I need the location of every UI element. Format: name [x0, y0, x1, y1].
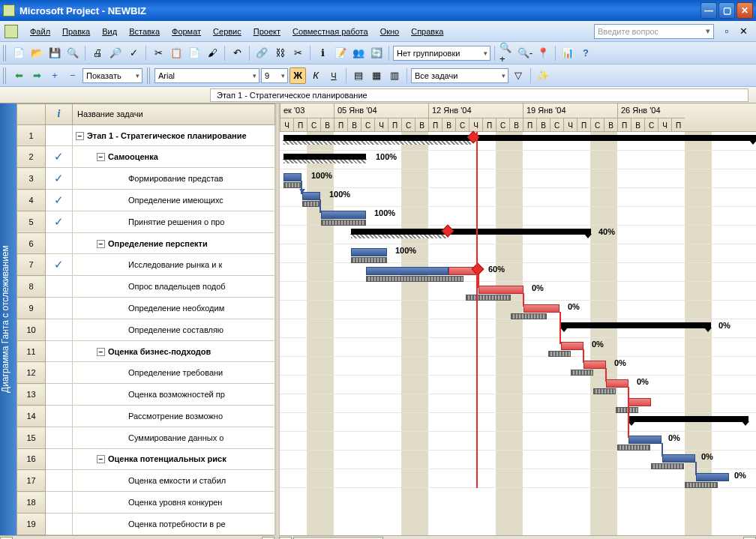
grip-icon[interactable]	[147, 67, 152, 84]
row-id[interactable]: 12	[17, 362, 46, 384]
autofilter-button[interactable]: ▽	[510, 67, 526, 84]
link-button[interactable]: 🔗	[254, 45, 270, 61]
align-left-button[interactable]: ▤	[350, 67, 367, 84]
format-painter-button[interactable]: 🖌	[204, 45, 220, 61]
task-bar-incomplete[interactable]	[628, 398, 651, 406]
summary-bar[interactable]	[561, 322, 711, 328]
menu-format[interactable]: Формат	[166, 25, 207, 38]
app-menu-icon[interactable]	[4, 25, 18, 38]
task-bar-incomplete[interactable]	[561, 342, 584, 350]
row-id[interactable]: 13	[17, 384, 46, 406]
baseline-bar[interactable]	[366, 276, 464, 282]
filter-select[interactable]: Все задачи	[411, 68, 508, 83]
baseline-bar[interactable]	[511, 313, 547, 319]
menu-collab[interactable]: Совместная работа	[286, 25, 374, 38]
progress-track[interactable]	[284, 160, 366, 163]
search-icon[interactable]: 🔍	[64, 45, 81, 61]
task-bar-incomplete[interactable]	[478, 286, 524, 294]
table-scrollbar[interactable]: ◀ ▶	[0, 535, 274, 539]
table-row[interactable]: 4 ✓ Определение имеющихс	[17, 190, 275, 211]
table-row[interactable]: 9 Определение необходим	[17, 298, 275, 319]
baseline-bar[interactable]	[466, 295, 511, 301]
row-id[interactable]: 15	[17, 427, 46, 448]
info-button[interactable]: ℹ	[314, 45, 331, 61]
row-name[interactable]: Оценка возможностей пр	[73, 384, 275, 406]
fontsize-select[interactable]: 9	[261, 68, 288, 83]
status-date-line[interactable]	[476, 132, 478, 488]
summary-bar[interactable]	[628, 416, 748, 422]
row-id[interactable]: 4	[17, 190, 46, 211]
row-id[interactable]: 16	[17, 448, 46, 470]
zoom-out-button[interactable]: 🔍-	[517, 45, 533, 61]
row-id[interactable]: 14	[17, 406, 46, 427]
grip-icon[interactable]	[3, 67, 8, 84]
grip-icon[interactable]	[3, 45, 8, 61]
row-name[interactable]: Суммирование данных о	[73, 427, 275, 448]
sidebar-title[interactable]: Диаграмма Ганта с отслеживанием	[0, 103, 16, 535]
task-bar[interactable]	[628, 436, 662, 444]
add-task-button[interactable]: +	[46, 67, 63, 84]
undo-button[interactable]: ↶	[229, 45, 245, 61]
table-row[interactable]: 19 Оценка потребности в ре	[17, 513, 275, 535]
row-name[interactable]: −Оценка потенциальных риск	[73, 448, 275, 470]
task-bar-incomplete[interactable]	[584, 361, 606, 369]
close-button[interactable]: ✕	[736, 2, 753, 19]
row-name[interactable]: Определение составляю	[73, 319, 275, 340]
baseline-bar[interactable]	[302, 201, 320, 207]
table-row[interactable]: 7 ✓ Исследование рынка и к	[17, 254, 275, 276]
table-row[interactable]: 12 Определение требовани	[17, 362, 275, 384]
gantt-body[interactable]: 100%100%100%100%40%100%60%0%0%0%0%0%0%0%…	[280, 132, 756, 535]
row-id[interactable]: 9	[17, 298, 46, 319]
font-select[interactable]: Arial	[154, 68, 260, 83]
baseline-bar[interactable]	[616, 407, 638, 413]
menu-window[interactable]: Окно	[374, 25, 406, 38]
menu-tools[interactable]: Сервис	[207, 25, 248, 38]
table-row[interactable]: 1 −Этап 1 - Стратегическое планирование	[17, 124, 275, 146]
baseline-bar[interactable]	[284, 182, 302, 188]
table-row[interactable]: 17 Оценка емкости и стабил	[17, 470, 275, 492]
restore-window-button[interactable]: ▫	[718, 23, 735, 40]
preview-button[interactable]: 🔎	[107, 45, 124, 61]
align-center-button[interactable]: ▦	[368, 67, 385, 84]
row-id[interactable]: 11	[17, 340, 46, 362]
wizard-button[interactable]: ✨	[535, 67, 551, 84]
table-row[interactable]: 15 Суммирование данных о	[17, 427, 275, 448]
row-id[interactable]: 6	[17, 232, 46, 254]
summary-bar[interactable]	[351, 229, 591, 235]
row-id[interactable]: 2	[17, 146, 46, 168]
row-name[interactable]: Определение необходим	[73, 298, 275, 319]
baseline-bar[interactable]	[548, 351, 571, 357]
row-name[interactable]: Исследование рынка и к	[73, 254, 275, 276]
row-name[interactable]: Определение требовани	[73, 362, 275, 384]
baseline-bar[interactable]	[351, 257, 387, 263]
row-id[interactable]: 8	[17, 276, 46, 298]
scroll-right-button[interactable]: ▶	[262, 537, 274, 540]
bold-button[interactable]: Ж	[290, 67, 306, 84]
spellcheck-button[interactable]: ✓	[125, 45, 142, 61]
menu-insert[interactable]: Вставка	[123, 25, 166, 38]
row-id[interactable]: 19	[17, 513, 46, 535]
progress-track[interactable]	[351, 235, 448, 238]
row-name[interactable]: Принятие решения о про	[73, 211, 275, 232]
table-row[interactable]: 16 −Оценка потенциальных риск	[17, 448, 275, 470]
col-name[interactable]: Название задачи	[73, 104, 275, 125]
italic-button[interactable]: К	[308, 67, 324, 84]
task-bar[interactable]	[662, 454, 695, 463]
unlink-button[interactable]: ⛓	[272, 45, 288, 61]
baseline-bar[interactable]	[321, 220, 366, 226]
outdent-right-button[interactable]: ➡	[28, 67, 45, 84]
table-row[interactable]: 13 Оценка возможностей пр	[17, 384, 275, 406]
row-name[interactable]: −Этап 1 - Стратегическое планирование	[73, 124, 275, 146]
minimize-button[interactable]: —	[700, 2, 717, 19]
table-row[interactable]: 18 Оценка уровня конкурен	[17, 492, 275, 514]
new-button[interactable]: 📄	[10, 45, 27, 61]
underline-button[interactable]: Ч	[326, 67, 342, 84]
task-bar[interactable]	[696, 473, 729, 481]
table-row[interactable]: 6 −Определение перспекти	[17, 232, 275, 254]
row-id[interactable]: 18	[17, 492, 46, 514]
row-name[interactable]: Рассмотрение возможно	[73, 406, 275, 427]
excel-button[interactable]: 📊	[560, 45, 576, 61]
cut-button[interactable]: ✂	[150, 45, 166, 61]
gantt-scrollbar[interactable]: ◀ ▶	[279, 535, 756, 539]
scroll-left-button[interactable]: ◀	[279, 537, 292, 540]
